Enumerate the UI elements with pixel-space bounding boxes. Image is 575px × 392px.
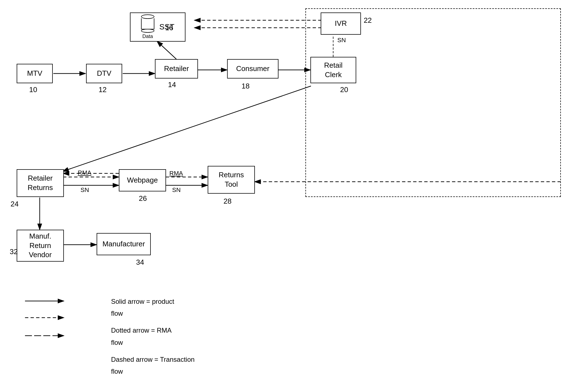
webpage-number: 26 (139, 194, 147, 203)
legend-solid-label: Solid arrow = product flow (111, 295, 174, 319)
legend-dotted-label: Dotted arrow = RMA flow (111, 324, 172, 348)
mtv-label: MTV (27, 69, 42, 78)
retail-clerk-number: 20 (340, 85, 348, 94)
consumer-box: Consumer (227, 59, 278, 79)
dtv-label: DTV (97, 69, 111, 78)
mtv-box: MTV (17, 64, 53, 83)
data-label: Data (142, 33, 153, 40)
svg-line-11 (62, 86, 311, 171)
sn-ivr-label: SN (337, 37, 346, 44)
manufacturer-box: Manufacturer (97, 233, 151, 255)
returns-tool-box: Returns Tool (208, 166, 255, 194)
legend-dashed-label: Dashed arrow = Transaction flow (111, 353, 195, 377)
sn-label-1: SN (81, 186, 89, 194)
svg-line-7 (157, 41, 176, 59)
manuf-return-label: Manuf. Return Vendor (29, 232, 52, 260)
manuf-return-number: 32 (10, 247, 18, 256)
retailer-returns-number: 24 (11, 200, 19, 208)
ivr-label: IVR (335, 19, 347, 28)
dtv-number: 12 (99, 85, 107, 94)
consumer-label: Consumer (236, 64, 270, 74)
mtv-number: 10 (29, 85, 37, 94)
ivr-box: IVR (321, 12, 361, 35)
consumer-number: 18 (242, 82, 250, 90)
data-cylinder: Data (141, 14, 154, 40)
ivr-number: 22 (364, 16, 372, 25)
dtv-box: DTV (86, 64, 122, 83)
diagram: MTV 10 DTV 12 Retailer 14 Consumer 18 Re… (0, 0, 575, 392)
legend: Solid arrow = product flow Dotted arrow … (68, 295, 195, 377)
returns-tool-label: Returns Tool (219, 170, 244, 189)
manuf-return-box: Manuf. Return Vendor (17, 230, 64, 262)
sst-number: 16 (165, 24, 173, 32)
sn-label-2: SN (172, 186, 181, 194)
retailer-label: Retailer (164, 64, 189, 74)
sst-box: Data SST (130, 12, 185, 42)
retail-clerk-label: Retail Clerk (324, 61, 342, 80)
manufacturer-label: Manufacturer (102, 239, 145, 249)
retailer-returns-label: Retailer Returns (27, 174, 53, 193)
retailer-box: Retailer (155, 59, 198, 79)
webpage-label: Webpage (127, 176, 158, 185)
retailer-returns-box: Retailer Returns (17, 169, 64, 197)
retail-clerk-box: Retail Clerk (310, 57, 356, 83)
returns-tool-number: 28 (224, 197, 232, 206)
rma-label-2: RMA (169, 170, 183, 177)
webpage-box: Webpage (119, 169, 166, 191)
manufacturer-number: 34 (136, 258, 144, 267)
rma-label-1: RMA (78, 169, 91, 176)
retailer-number: 14 (168, 80, 176, 89)
